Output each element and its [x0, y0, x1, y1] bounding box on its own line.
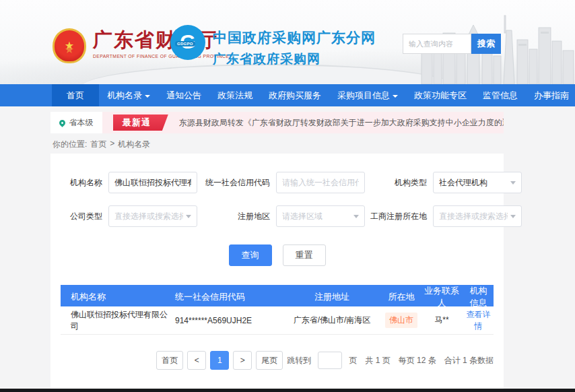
field-business-reg-location: 工商注册所在地 直接选择或搜索选择: [365, 205, 522, 227]
breadcrumb-prefix: 你的位置:: [53, 139, 87, 150]
nav-item-policies[interactable]: 政策法规: [209, 84, 261, 106]
company-type-select[interactable]: 直接选择或搜索选择: [108, 205, 197, 227]
col-info: 机构信息: [463, 285, 494, 309]
caret-down-icon: [186, 215, 191, 218]
footer-bar: [0, 389, 575, 392]
chevron-down-icon: [393, 95, 398, 98]
row-org-name: 佛山联恒招投标代理有限公司: [61, 309, 168, 332]
nav-item-label: 采购项目信息: [337, 84, 390, 106]
query-button[interactable]: 查询: [229, 244, 272, 266]
nav-item-label: 政策法规: [217, 84, 252, 106]
col-contact: 业务联系人: [420, 285, 463, 309]
filter-row-2: 公司类型 直接选择或搜索选择 注册地区 请选择区域 工商注册所在地 直接选择或搜…: [61, 205, 494, 227]
content-panel: 机构名称 统一社会信用代码 机构类型 社会代理机构 公司类型 直接选择或搜索选择…: [50, 154, 504, 389]
col-credit-code: 统一社会信用代码: [168, 291, 281, 303]
company-type-placeholder: 直接选择或搜索选择: [114, 211, 183, 222]
nav-item-home[interactable]: 首页: [52, 84, 99, 106]
company-type-label: 公司类型: [61, 211, 102, 222]
field-org-name: 机构名称: [61, 172, 197, 193]
page-unit-label: 页: [349, 355, 357, 366]
nav-item-label: 首页: [67, 84, 84, 106]
pagination-first-button[interactable]: 首页: [156, 351, 183, 370]
reg-region-placeholder: 请选择区域: [282, 211, 323, 222]
location-pin-icon: [59, 119, 67, 127]
credit-code-input[interactable]: [276, 172, 365, 193]
caret-down-icon: [510, 215, 516, 218]
business-reg-location-select[interactable]: 直接选择或搜索选择: [433, 205, 522, 227]
notice-text-link[interactable]: 东源县财政局转发《广东省财政厅转发财政部关于进一步加大政府采购支持中小企业力度的…: [179, 117, 504, 129]
col-city: 所在地: [382, 291, 420, 303]
main-navigation: 首页 机构名录 通知公告 政策法规 政府购买服务 采购项目信息 政策功能专区 监…: [0, 84, 575, 106]
table-row: 佛山联恒招投标代理有限公司 914******A569UJH2E 广东省/佛山市…: [61, 306, 494, 335]
results-table: 机构名称 统一社会信用代码 注册地址 所在地 业务联系人 机构信息 佛山联恒招投…: [61, 285, 494, 335]
row-contact: 马**: [420, 315, 463, 326]
header-search-button[interactable]: 搜索: [471, 34, 501, 54]
reg-region-label: 注册地区: [197, 211, 270, 222]
nav-item-label: 政策功能专区: [414, 84, 467, 106]
city-badge: 佛山市: [385, 313, 417, 328]
reg-region-select[interactable]: 请选择区域: [276, 205, 365, 227]
field-reg-region: 注册地区 请选择区域: [197, 205, 365, 227]
department-logo-block: 广东省财政厅 DEPARTMENT OF FINANCE OF GUANGDON…: [93, 30, 229, 59]
department-name-en: DEPARTMENT OF FINANCE OF GUANGDONG PROVI…: [93, 54, 229, 59]
nav-item-gov-purchase-services[interactable]: 政府购买服务: [261, 84, 329, 106]
caret-down-icon: [353, 215, 359, 218]
department-name: 广东省财政厅: [93, 30, 229, 51]
filter-row-1: 机构名称 统一社会信用代码 机构类型 社会代理机构: [61, 172, 494, 193]
page-header: ★ 广东省财政厅 DEPARTMENT OF FINANCE OF GUANGD…: [0, 0, 575, 84]
pagination-next-button[interactable]: >: [233, 351, 252, 370]
breadcrumb-separator: >: [110, 139, 114, 150]
header-search-input[interactable]: [403, 34, 471, 54]
org-type-value: 社会代理机构: [439, 177, 487, 189]
org-type-label: 机构类型: [365, 177, 427, 189]
pagination-last-button[interactable]: 尾页: [256, 351, 283, 370]
chevron-down-icon: [145, 95, 150, 98]
nav-item-label: 监管信息: [483, 84, 518, 106]
form-buttons: 查询 重置: [61, 244, 494, 266]
nav-item-label: 通知公告: [166, 84, 201, 106]
national-emblem-logo: ★: [53, 28, 86, 63]
notice-bar: 省本级 最新通知 东源县财政局转发《广东省财政厅转发财政部关于进一步加大政府采购…: [50, 112, 504, 133]
pagination-prev-button[interactable]: <: [187, 351, 206, 370]
nav-item-procurement-info[interactable]: 采购项目信息: [329, 84, 406, 106]
col-address: 注册地址: [281, 291, 382, 303]
header-search: 搜索: [403, 34, 501, 54]
reset-button[interactable]: 重置: [283, 244, 326, 266]
row-address: 广东省/佛山市/南海区: [281, 315, 382, 326]
region-label: 省本级: [69, 117, 93, 129]
nav-item-org-directory[interactable]: 机构名录: [99, 84, 158, 106]
site-title: 中国政府采购网广东分网: [213, 28, 376, 47]
business-reg-location-label: 工商注册所在地: [365, 211, 427, 222]
gdgpo-logo: G GDGPO: [170, 25, 205, 60]
latest-notice-badge[interactable]: 最新通知: [113, 115, 168, 131]
pagination: 首页 < 1 > 尾页 跳转到 页 共 1 页 每页 12 条 合计 1 条数据: [61, 351, 494, 370]
row-credit-code: 914******A569UJH2E: [168, 316, 281, 325]
nav-item-label: 办事指南: [534, 84, 569, 106]
total-pages-label: 共 1 页: [365, 355, 390, 366]
jump-to-label: 跳转到: [287, 355, 311, 366]
breadcrumb: 你的位置: 首页 > 机构名录: [53, 139, 150, 150]
total-records-label: 合计 1 条数据: [444, 355, 494, 366]
star-icon: ★: [65, 40, 74, 51]
view-detail-link[interactable]: 查看详情: [467, 310, 491, 331]
nav-item-supervision[interactable]: 监管信息: [475, 84, 526, 106]
breadcrumb-home[interactable]: 首页: [90, 139, 106, 150]
field-credit-code: 统一社会信用代码: [197, 172, 365, 193]
jump-to-page-input[interactable]: [318, 352, 342, 369]
nav-item-guide[interactable]: 办事指南: [526, 84, 575, 106]
business-reg-location-placeholder: 直接选择或搜索选择: [439, 211, 508, 222]
region-selector[interactable]: 省本级: [50, 112, 102, 133]
org-type-select[interactable]: 社会代理机构: [433, 172, 522, 193]
breadcrumb-current: 机构名录: [118, 139, 150, 150]
field-company-type: 公司类型 直接选择或搜索选择: [61, 205, 197, 227]
col-org-name: 机构名称: [61, 291, 168, 303]
nav-item-notices[interactable]: 通知公告: [158, 84, 209, 106]
pagination-current-page[interactable]: 1: [210, 351, 229, 370]
site-subtitle: 广东省政府采购网: [213, 51, 376, 68]
org-name-label: 机构名称: [61, 177, 102, 189]
credit-code-label: 统一社会信用代码: [197, 177, 270, 189]
org-name-input[interactable]: [108, 172, 197, 193]
field-org-type: 机构类型 社会代理机构: [365, 172, 522, 193]
caret-down-icon: [510, 181, 516, 185]
nav-item-policy-zone[interactable]: 政策功能专区: [406, 84, 475, 106]
